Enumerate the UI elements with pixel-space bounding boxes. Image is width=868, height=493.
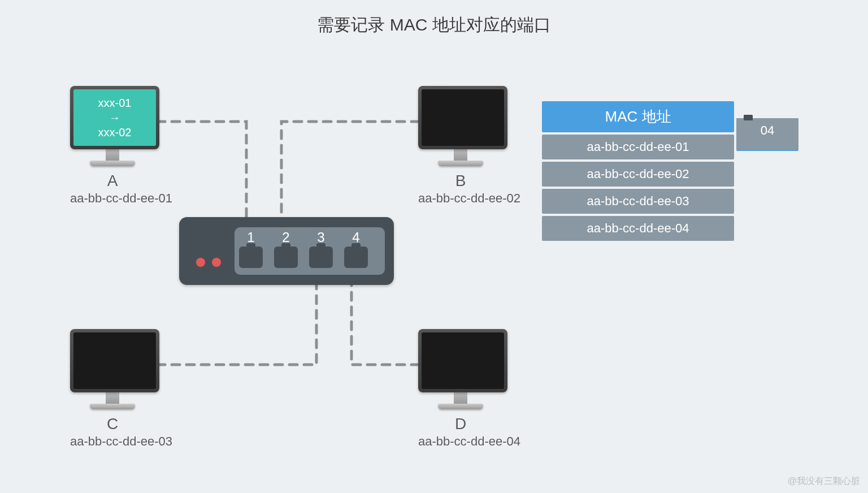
ethernet-port-icon: [309, 246, 333, 268]
monitor-icon: xxx-01 → xxx-02: [70, 86, 159, 149]
cell-mac: aa-bb-cc-dd-ee-04: [542, 216, 734, 241]
host-d: D aa-bb-cc-dd-ee-04: [418, 329, 503, 449]
cell-mac: aa-bb-cc-dd-ee-02: [542, 162, 734, 187]
packet-dst: xxx-02: [98, 125, 132, 140]
screen-content: xxx-01 → xxx-02: [73, 89, 156, 146]
ethernet-port-icon: [239, 246, 263, 268]
host-c: C aa-bb-cc-dd-ee-03: [70, 329, 155, 449]
header-mac: MAC 地址: [542, 101, 734, 132]
host-letter: D: [418, 415, 503, 433]
host-mac: aa-bb-cc-dd-ee-03: [70, 434, 155, 449]
table-row: aa-bb-cc-dd-ee-04 04: [542, 216, 736, 241]
diagram-title: 需要记录 MAC 地址对应的端口: [0, 14, 868, 37]
ethernet-port-icon: [274, 246, 298, 268]
cell-port: 04: [736, 118, 798, 150]
host-letter: A: [70, 172, 155, 190]
ethernet-port-icon: [344, 246, 368, 268]
table-row: aa-bb-cc-dd-ee-02 02: [542, 162, 736, 187]
host-mac: aa-bb-cc-dd-ee-04: [418, 434, 503, 449]
table-row: aa-bb-cc-dd-ee-03 03: [542, 189, 736, 214]
monitor-icon: [418, 86, 507, 149]
monitor-icon: [70, 329, 159, 392]
watermark: @我没有三颗心脏: [788, 475, 860, 487]
cell-mac: aa-bb-cc-dd-ee-03: [542, 189, 734, 214]
host-letter: B: [418, 172, 503, 190]
host-letter: C: [70, 415, 155, 433]
led-icon: [196, 258, 205, 267]
host-mac: aa-bb-cc-dd-ee-02: [418, 191, 503, 206]
mac-address-table: MAC 地址 端口 aa-bb-cc-dd-ee-01 01 aa-bb-cc-…: [540, 99, 739, 243]
cell-mac: aa-bb-cc-dd-ee-01: [542, 135, 734, 159]
packet-src: xxx-01: [98, 96, 132, 110]
host-a: xxx-01 → xxx-02 A aa-bb-cc-dd-ee-01: [70, 86, 155, 206]
table-row: aa-bb-cc-dd-ee-01 01: [542, 135, 736, 159]
table-header-row: MAC 地址 端口: [542, 101, 736, 132]
host-mac: aa-bb-cc-dd-ee-01: [70, 191, 155, 206]
led-icon: [212, 258, 221, 267]
monitor-icon: [418, 329, 507, 392]
host-b: B aa-bb-cc-dd-ee-02: [418, 86, 503, 206]
network-switch-icon: 1 2 3 4: [179, 217, 394, 285]
arrow-icon: →: [109, 110, 120, 125]
